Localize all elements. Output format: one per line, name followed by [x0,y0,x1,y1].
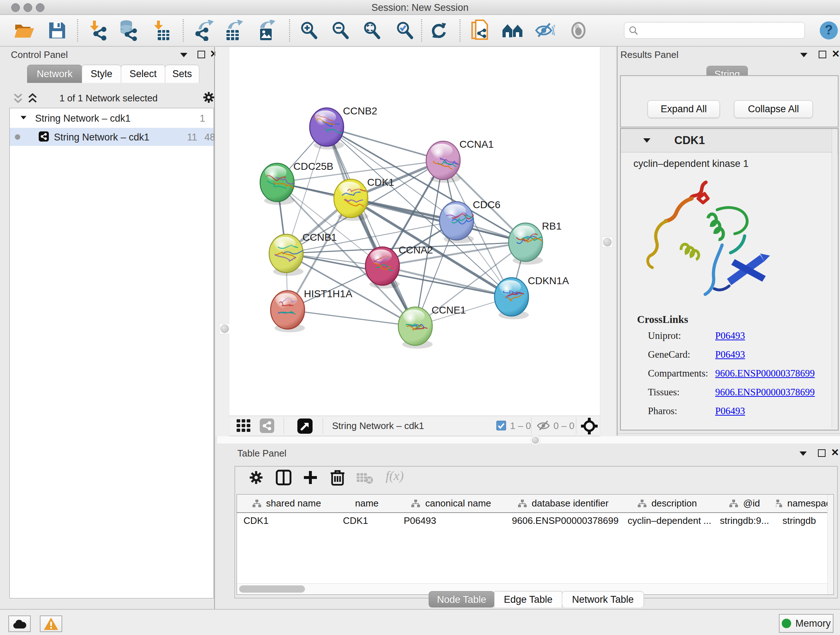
network-canvas[interactable]: CCNB2CCNA1CDC25BCDK1CDC6RB1CCNB1CCNA2CDK… [229,47,600,416]
birdseye-view-icon[interactable] [297,418,313,434]
network-node-cdkn1a[interactable]: CDKN1A [494,275,569,319]
grid-view-icon[interactable] [237,419,253,433]
add-column-icon[interactable] [302,470,318,486]
tree-expand-icon[interactable] [21,116,27,119]
results-scrollbar[interactable] [832,129,837,428]
crosslink-genecard-link[interactable]: P06493 [715,349,745,360]
share-network-icon[interactable] [260,418,274,433]
crosslink-tissues-link[interactable]: 9606.ENSP00000378699 [715,386,815,398]
splitter-handle[interactable] [220,325,229,333]
network-from-clipboard-button[interactable] [468,19,492,42]
splitter-handle[interactable] [532,437,539,444]
crosslink-compartments-link[interactable]: 9606.ENSP00000378699 [715,368,815,379]
tab-network[interactable]: Network [27,65,82,83]
splitter-handle[interactable] [603,238,612,247]
export-network-button[interactable] [192,19,216,42]
network-node-cdk1[interactable]: CDK1 [334,177,394,221]
cloud-status-button[interactable] [8,616,31,632]
import-network-database-button[interactable] [117,19,141,42]
network-node-cdc6[interactable]: CDC6 [439,199,500,243]
col-database-identifier[interactable]: database identifier [505,494,622,512]
collapse-all-button[interactable]: Collapse All [734,100,813,118]
tab-network-table[interactable]: Network Table [562,591,644,608]
zoom-selected-button[interactable] [393,19,417,42]
result-card-header[interactable]: CDK1 [621,129,838,152]
zoom-fit-button[interactable] [360,19,384,42]
horizontal-splitter[interactable] [217,436,840,443]
network-node-rb1[interactable]: RB1 [508,220,561,264]
hide-selected-button[interactable] [532,19,556,42]
delete-column-icon[interactable] [330,469,345,486]
table-settings-gear-icon[interactable] [249,470,264,485]
tab-node-table[interactable]: Node Table [429,591,494,608]
collapse-panel-icon[interactable] [800,53,807,57]
show-all-button[interactable] [567,19,591,42]
crosslink-label: Pharos: [648,405,677,417]
import-network-file-button[interactable] [86,19,110,42]
network-node-ccne1[interactable]: CCNE1 [398,304,466,348]
network-graph[interactable]: CCNB2CCNA1CDC25BCDK1CDC6RB1CCNB1CCNA2CDK… [229,47,600,416]
column-type-icon [253,500,261,508]
crosslink-uniprot-link[interactable]: P06493 [715,330,745,341]
col-name[interactable]: name [336,494,398,512]
network-selected-status: 1 of 1 Network selected [0,93,217,104]
open-folder-icon [14,21,35,40]
refresh-view-button[interactable] [427,19,451,42]
network-view-toolbar: String Network – cdk1 1 – 0 0 – 0 [229,416,600,436]
scrollbar-thumb[interactable] [239,585,305,593]
col-shared-name[interactable]: shared name [237,494,337,512]
close-panel-icon[interactable]: ✕ [831,448,839,458]
save-session-button[interactable] [45,19,69,42]
first-neighbors-button[interactable] [501,19,525,42]
selected-checkbox[interactable] [496,421,506,431]
column-type-icon [411,500,420,508]
network-collection-row[interactable]: String Network – cdk1 1 [10,108,213,128]
help-button[interactable]: ? [817,19,840,42]
collapse-entry-icon[interactable] [643,138,651,143]
tab-sets[interactable]: Sets [165,65,199,83]
cdk1-result-card: CDK1 cyclin–dependent kinase 1 CrossLink… [620,128,838,431]
pan-target-icon[interactable] [581,418,598,434]
float-panel-icon[interactable] [818,449,826,457]
cell-name: CDK1 [336,513,397,528]
import-table-button[interactable] [150,19,174,42]
search-input[interactable] [624,22,805,39]
gear-icon[interactable] [202,91,215,103]
open-session-button[interactable] [12,19,36,42]
hidden-count: 0 – 0 [554,420,575,432]
float-panel-icon[interactable] [197,51,205,58]
network-label: String Network – cdk1 [54,132,149,143]
network-node-hist1h1a[interactable]: HIST1H1A [271,288,352,333]
col-description[interactable]: description [621,494,714,512]
collapse-panel-icon[interactable] [799,451,807,456]
zoom-in-button[interactable] [297,19,321,42]
right-splitter[interactable] [600,47,616,436]
float-panel-icon[interactable] [819,51,826,58]
node-label: CDK1 [367,177,394,188]
tab-style[interactable]: Style [82,65,121,83]
network-row[interactable]: String Network – cdk1 11 48 [10,128,213,146]
col-canonical-name[interactable]: canonical name [397,494,506,512]
network-tree: String Network – cdk1 1 String Network –… [9,108,214,599]
export-image-button[interactable] [255,19,279,42]
tab-edge-table[interactable]: Edge Table [494,591,562,608]
memory-button[interactable]: Memory [779,614,834,633]
close-panel-icon[interactable]: ✕ [832,49,840,59]
expand-all-button[interactable]: Expand All [647,100,720,118]
table-vscrollbar[interactable] [827,494,834,594]
crosslink-pharos-link[interactable]: P06493 [715,405,745,417]
gene-name: CDK1 [674,134,705,147]
warnings-button[interactable] [40,616,62,632]
tab-select[interactable]: Select [121,65,165,83]
cell-description: cyclin–dependent ... [621,513,714,528]
network-node-ccnb1[interactable]: CCNB1 [269,232,337,276]
left-splitter[interactable] [215,47,229,436]
gene-description: cyclin–dependent kinase 1 [633,158,748,169]
col-id[interactable]: @id [714,494,776,512]
zoom-out-button[interactable] [328,19,352,42]
collapse-panel-icon[interactable] [180,53,187,57]
export-table-button[interactable] [222,19,246,42]
table-row[interactable]: CDK1 CDK1 P06493 9606.ENSP00000378699 cy… [237,513,834,528]
col-namespace[interactable]: namespace [776,494,834,512]
show-columns-icon[interactable] [276,470,292,486]
